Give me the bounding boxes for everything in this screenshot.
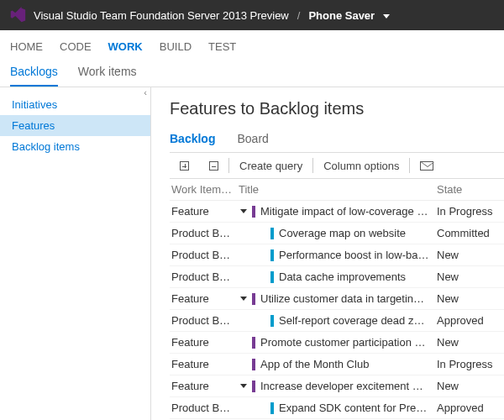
grid-row[interactable]: FeatureIncrease developer excitement wit… (170, 375, 504, 397)
column-options-button[interactable]: Column options (313, 153, 409, 178)
sidebar-item-initiatives[interactable]: Initiatives (0, 94, 150, 115)
page-title: Features to Backlog items (170, 99, 504, 118)
grid-row[interactable]: FeatureApp of the Month ClubIn Progress (170, 354, 504, 375)
pbi-color-swatch (270, 402, 274, 414)
work-item-type: Product B… (170, 314, 239, 327)
chevron-down-icon (383, 14, 390, 18)
expand-all-button[interactable] (170, 153, 199, 178)
main-content: Features to Backlog items BacklogBoard C… (151, 87, 504, 420)
grid-row[interactable]: Product B…Coverage map on websiteCommitt… (170, 223, 504, 244)
sidebar-item-features[interactable]: Features (0, 115, 150, 136)
product-name: Visual Studio Team Foundation Server 201… (34, 9, 289, 22)
visual-studio-logo-icon (8, 6, 27, 24)
feature-color-swatch (252, 337, 255, 349)
work-item-state: New (437, 380, 504, 392)
work-item-type: Feature (170, 336, 239, 349)
grid-row[interactable]: FeaturePromote customer participation wi… (170, 332, 504, 354)
pbi-color-swatch (270, 271, 274, 283)
pbi-color-swatch (270, 315, 274, 327)
tree-toggle-icon[interactable] (240, 384, 247, 388)
work-item-title-cell: Expand SDK content for Premium… (239, 402, 437, 415)
hub-tab-build[interactable]: BUILD (160, 37, 192, 56)
column-header-type[interactable]: Work Item… (170, 183, 239, 196)
grid-row[interactable]: FeatureMitigate impact of low-coverage a… (170, 201, 504, 223)
work-item-title: Self-report coverage dead zones (279, 314, 437, 327)
work-item-type: Feature (170, 205, 239, 218)
work-item-title: Mitigate impact of low-coverage areas (260, 205, 437, 218)
work-item-title: App of the Month Club (260, 358, 369, 370)
subnav-tab-work-items[interactable]: Work items (78, 61, 137, 87)
work-item-title: Increase developer excitement with D… (260, 380, 437, 392)
expand-icon (180, 161, 189, 171)
create-query-button[interactable]: Create query (229, 153, 312, 178)
backlog-view-tabs: BacklogBoard (170, 130, 504, 152)
backlog-toolbar: Create query Column options (170, 152, 504, 179)
work-item-title-cell: Performance boost in low-bandwi… (239, 249, 437, 262)
backlog-tree-sidebar: ‹ InitiativesFeaturesBacklog items (0, 87, 151, 420)
topbar: Visual Studio Team Foundation Server 201… (0, 0, 504, 30)
work-item-title: Coverage map on website (279, 227, 406, 239)
backlog-grid: FeatureMitigate impact of low-coverage a… (170, 201, 504, 419)
view-tab-board[interactable]: Board (237, 130, 268, 152)
project-picker[interactable]: Phone Saver (308, 9, 389, 22)
column-header-title[interactable]: Title (239, 183, 437, 196)
work-item-title-cell: Increase developer excitement with D… (239, 380, 437, 393)
column-header-state[interactable]: State (437, 183, 504, 196)
work-item-state: In Progress (437, 205, 504, 218)
sidebar-item-backlog-items[interactable]: Backlog items (0, 136, 150, 157)
tree-toggle-icon[interactable] (240, 209, 247, 213)
work-item-title-cell: Utilize customer data in targeting exp… (239, 292, 437, 306)
pbi-color-swatch (270, 228, 274, 239)
work-item-state: New (437, 292, 504, 305)
grid-row[interactable]: Product B…Self-report coverage dead zone… (170, 310, 504, 332)
work-item-title-cell: Data cache improvements (239, 270, 437, 284)
work-item-state: Approved (437, 314, 504, 327)
hub-tab-test[interactable]: TEST (208, 37, 236, 56)
project-name: Phone Saver (308, 9, 375, 22)
view-tab-backlog[interactable]: Backlog (170, 130, 215, 152)
pbi-color-swatch (270, 249, 274, 261)
feature-color-swatch (252, 381, 255, 392)
email-button[interactable] (410, 153, 444, 178)
grid-row[interactable]: Product B…Data cache improvementsNew (170, 266, 504, 288)
grid-row[interactable]: Product B…Performance boost in low-bandw… (170, 244, 504, 266)
breadcrumb-separator: / (297, 9, 301, 22)
collapse-all-button[interactable] (199, 153, 228, 178)
hub-tab-code[interactable]: CODE (60, 37, 92, 56)
grid-row[interactable]: FeatureUtilize customer data in targetin… (170, 288, 504, 310)
work-item-type: Feature (170, 292, 239, 305)
column-options-label: Column options (323, 160, 399, 172)
work-item-state: New (437, 249, 504, 261)
work-item-state: In Progress (437, 358, 504, 370)
work-item-state: Approved (437, 402, 504, 414)
work-item-state: New (437, 336, 504, 349)
grid-row[interactable]: Product B…Expand SDK content for Premium… (170, 397, 504, 419)
tree-toggle-icon[interactable] (240, 297, 247, 301)
work-item-state: New (437, 270, 504, 283)
feature-color-swatch (252, 359, 255, 370)
grid-header-row: Work Item… Title State (170, 179, 504, 201)
work-item-title-cell: Promote customer participation with… (239, 336, 437, 349)
work-item-title-cell: Coverage map on website (239, 227, 437, 240)
work-item-type: Feature (170, 358, 239, 370)
work-item-title: Expand SDK content for Premium… (279, 402, 437, 414)
feature-color-swatch (252, 206, 255, 218)
collapse-sidebar-button[interactable]: ‹ (139, 87, 151, 99)
hub-tab-home[interactable]: HOME (10, 37, 43, 56)
work-item-title: Data cache improvements (279, 270, 406, 283)
work-item-title: Performance boost in low-bandwi… (279, 249, 437, 261)
work-item-type: Product B… (170, 227, 239, 239)
work-item-title-cell: App of the Month Club (239, 358, 437, 371)
work-item-title-cell: Self-report coverage dead zones (239, 314, 437, 328)
work-item-title-cell: Mitigate impact of low-coverage areas (239, 205, 437, 218)
work-item-type: Feature (170, 380, 239, 392)
hub-tab-work[interactable]: WORK (108, 37, 143, 56)
collapse-icon (209, 161, 218, 171)
work-item-type: Product B… (170, 402, 239, 414)
work-item-type: Product B… (170, 249, 239, 261)
work-item-title: Utilize customer data in targeting exp… (260, 292, 437, 305)
feature-color-swatch (252, 293, 255, 305)
subnav-tab-backlogs[interactable]: Backlogs (10, 61, 58, 87)
hub-nav: HOMECODEWORKBUILDTEST (0, 30, 504, 56)
create-query-label: Create query (239, 160, 302, 172)
